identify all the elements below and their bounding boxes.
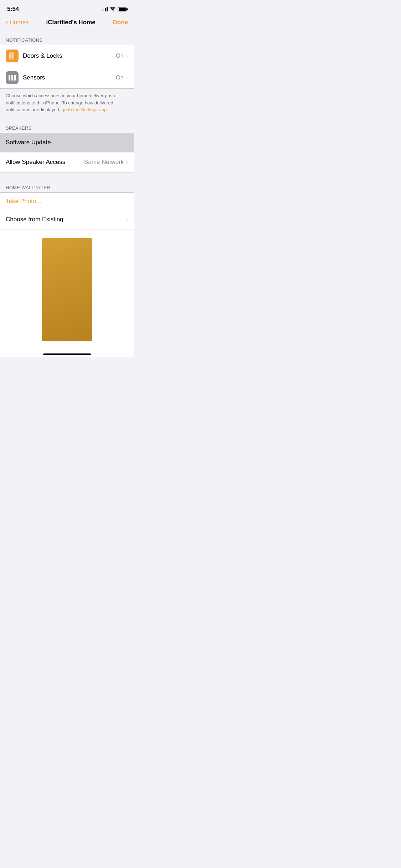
sensors-label: Sensors: [23, 74, 116, 81]
allow-speaker-access-item[interactable]: Allow Speaker Access Same Network ›: [0, 153, 134, 172]
sensor-bars-icon: [9, 75, 16, 81]
sensors-value: On: [116, 74, 124, 81]
spacer-1: [0, 172, 134, 179]
nav-bar: ‹ Homes iClarified's Home Done: [0, 16, 134, 31]
doors-locks-icon: [6, 50, 19, 62]
wallpaper-thumbnail: [42, 238, 92, 341]
signal-icon: [101, 7, 108, 11]
settings-app-link[interactable]: go to the Settings app: [62, 107, 107, 112]
home-indicator: [0, 351, 134, 357]
choose-existing-item[interactable]: Choose from Existing ›: [0, 210, 134, 229]
doors-locks-item[interactable]: Doors & Locks On ›: [0, 45, 134, 67]
sensors-chevron: ›: [126, 74, 128, 81]
done-button[interactable]: Done: [113, 19, 128, 26]
status-bar: 5:54: [0, 0, 134, 16]
choose-existing-chevron: ›: [126, 216, 128, 223]
take-photo-item[interactable]: Take Photo...: [0, 193, 134, 210]
choose-existing-label: Choose from Existing: [6, 216, 126, 223]
home-bar: [43, 353, 91, 355]
wifi-icon: [110, 7, 115, 12]
wallpaper-preview-area: [0, 229, 134, 351]
speakers-section-header: SPEAKERS: [0, 119, 134, 133]
page-title: iClarified's Home: [46, 19, 95, 26]
allow-speaker-access-label: Allow Speaker Access: [6, 159, 84, 166]
doors-locks-label: Doors & Locks: [23, 52, 116, 60]
sensors-icon: [6, 71, 19, 84]
battery-icon: [118, 7, 127, 11]
allow-speaker-access-chevron: ›: [126, 159, 128, 166]
status-time: 5:54: [7, 6, 19, 13]
wallpaper-list: Take Photo... Choose from Existing ›: [0, 192, 134, 351]
description-text-end: .: [107, 107, 108, 112]
allow-speaker-access-value: Same Network: [84, 159, 124, 166]
take-photo-label: Take Photo...: [6, 198, 41, 205]
svg-point-2: [13, 56, 14, 56]
software-update-item[interactable]: Software Update ›: [0, 133, 134, 153]
speakers-list: Software Update › Allow Speaker Access S…: [0, 133, 134, 172]
software-update-chevron: ›: [126, 139, 128, 146]
back-button[interactable]: ‹ Homes: [6, 19, 29, 26]
notifications-description: Choose which accessories in your home de…: [0, 89, 134, 119]
chevron-left-icon: ‹: [6, 18, 8, 26]
software-update-label: Software Update: [6, 139, 126, 146]
home-wallpaper-section-header: HOME WALLPAPER: [0, 179, 134, 192]
battery-fill: [119, 8, 126, 11]
svg-rect-1: [10, 53, 13, 58]
back-label: Homes: [10, 19, 29, 26]
notifications-section-header: NOTIFICATIONS: [0, 31, 134, 45]
doors-locks-value: On: [116, 52, 124, 60]
sensors-item[interactable]: Sensors On ›: [0, 67, 134, 88]
notifications-list: Doors & Locks On › Sensors On ›: [0, 45, 134, 89]
doors-locks-chevron: ›: [126, 52, 128, 60]
status-icons: [101, 7, 127, 12]
